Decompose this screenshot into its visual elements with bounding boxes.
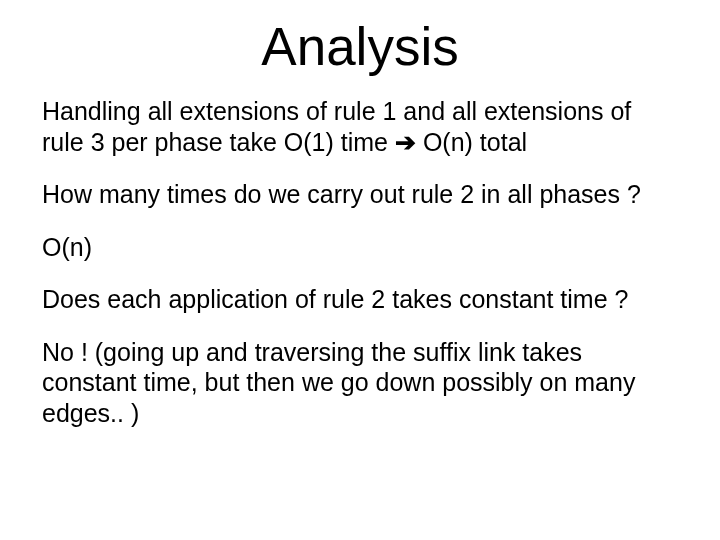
slide-title: Analysis (42, 18, 678, 76)
paragraph-constant-time-answer: No ! (going up and traversing the suffix… (42, 337, 678, 429)
paragraph-constant-time-question: Does each application of rule 2 takes co… (42, 284, 678, 315)
arrow-icon: ➔ (395, 128, 416, 156)
para1-text-b: O(n) total (416, 128, 527, 156)
paragraph-rule2-question: How many times do we carry out rule 2 in… (42, 179, 678, 210)
para1-text-a: Handling all extensions of rule 1 and al… (42, 97, 631, 156)
paragraph-rule2-answer: O(n) (42, 232, 678, 263)
slide: Analysis Handling all extensions of rule… (0, 0, 720, 540)
paragraph-rule-1-3: Handling all extensions of rule 1 and al… (42, 96, 678, 157)
